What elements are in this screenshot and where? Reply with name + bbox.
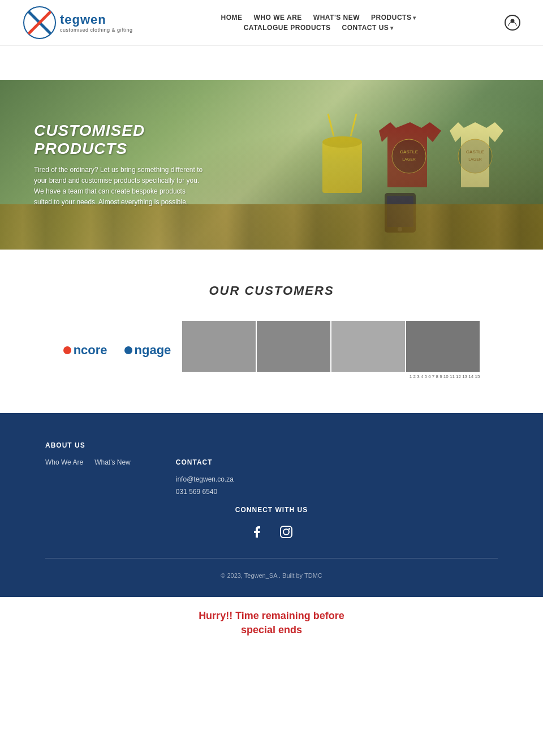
- bottom-banner-line2: special ends: [241, 624, 302, 635]
- contact-chevron-icon: ▾: [390, 25, 394, 31]
- footer-about-links: Who We Are What's New: [45, 458, 131, 466]
- social-icons: [45, 523, 498, 541]
- slider-dot-numbers: 1 2 3 4 5 6 7 8 9 10 11 12 13 14 15: [410, 374, 480, 379]
- hero-banner: CUSTOMISED PRODUCTS Tired of the ordinar…: [0, 80, 543, 250]
- thumb-3: [331, 321, 405, 372]
- main-nav: HOME WHO WE ARE WHAT'S NEW PRODUCTS ▾ CA…: [221, 14, 416, 32]
- brand-name: tegwen: [60, 12, 133, 27]
- slider-dots: 1 2 3 4 5 6 7 8 9 10 11 12 13 14 15: [182, 374, 480, 379]
- hero-content: CUSTOMISED PRODUCTS Tired of the ordinar…: [0, 105, 238, 225]
- footer-who-we-are[interactable]: Who We Are: [45, 458, 83, 466]
- logo-text: tegwen customised clothing & gifting: [60, 12, 133, 33]
- oncore-logo: ncore: [63, 343, 107, 358]
- footer-bottom: © 2023, Tegwen_SA . Built by TDMC: [45, 558, 498, 580]
- thumb-2: [257, 321, 330, 372]
- customers-title: OUR CUSTOMERS: [23, 284, 520, 298]
- thumb-1: [182, 321, 256, 372]
- user-icon: [508, 18, 517, 27]
- customers-slider: ncore ngage 1 2 3 4 5 6 7 8 9 10 11 12 1…: [23, 321, 520, 379]
- account-icon[interactable]: [505, 15, 520, 31]
- nav-products[interactable]: PRODUCTS ▾: [371, 14, 416, 22]
- footer-whats-new[interactable]: What's New: [94, 458, 131, 466]
- footer-email: info@tegwen.co.za: [176, 475, 234, 483]
- logo-icon: [23, 6, 57, 40]
- footer-connect-heading: CONNECT WITH US: [45, 506, 498, 514]
- footer-about-heading: ABOUT US: [45, 441, 131, 449]
- nav-row-2: CATALOGUE PRODUCTS CONTACT US ▾: [244, 24, 394, 32]
- engage-dot-icon: [124, 346, 132, 354]
- nav-who-we-are[interactable]: WHO WE ARE: [254, 14, 302, 22]
- hero-description: Tired of the ordinary? Let us bring some…: [34, 165, 204, 208]
- engage-label: ngage: [135, 343, 171, 358]
- footer-sections: ABOUT US Who We Are What's New CONTACT i…: [45, 441, 498, 500]
- oncore-label: ncore: [74, 343, 107, 358]
- thumb-row: [182, 321, 480, 372]
- bottom-banner: Hurry!! Time remaining before special en…: [0, 597, 543, 648]
- footer: ABOUT US Who We Are What's New CONTACT i…: [0, 413, 543, 597]
- instagram-icon[interactable]: [277, 523, 295, 541]
- header-icons: [505, 15, 520, 31]
- footer-contact-heading: CONTACT: [176, 458, 234, 466]
- nav-contact-us[interactable]: CONTACT US ▾: [342, 24, 394, 32]
- customers-section: OUR CUSTOMERS ncore ngage 1 2 3 4 5 6 7 …: [0, 250, 543, 413]
- facebook-icon[interactable]: [248, 523, 266, 541]
- engage-logo: ngage: [124, 343, 171, 358]
- logo[interactable]: tegwen customised clothing & gifting: [23, 6, 133, 40]
- slider-thumbnails: 1 2 3 4 5 6 7 8 9 10 11 12 13 14 15: [182, 321, 480, 379]
- bottom-banner-text: Hurry!! Time remaining before special en…: [11, 609, 532, 637]
- nav-row-1: HOME WHO WE ARE WHAT'S NEW PRODUCTS ▾: [221, 14, 416, 22]
- nav-catalogue[interactable]: CATALOGUE PRODUCTS: [244, 24, 331, 32]
- footer-about: ABOUT US Who We Are What's New: [45, 441, 131, 500]
- header-spacer: [0, 46, 543, 80]
- brand-tagline: customised clothing & gifting: [60, 27, 133, 33]
- header: tegwen customised clothing & gifting HOM…: [0, 0, 543, 46]
- footer-phone: 031 569 6540: [176, 488, 234, 496]
- nav-home[interactable]: HOME: [221, 14, 243, 22]
- oncore-dot-icon: [63, 346, 71, 354]
- svg-point-18: [283, 529, 289, 535]
- svg-point-19: [288, 528, 290, 530]
- svg-rect-17: [281, 526, 292, 538]
- products-chevron-icon: ▾: [413, 15, 416, 21]
- thumb-4: [406, 321, 480, 372]
- footer-contact: CONTACT info@tegwen.co.za 031 569 6540: [165, 458, 234, 500]
- footer-connect: CONNECT WITH US: [45, 506, 498, 541]
- hero-title: CUSTOMISED PRODUCTS: [34, 122, 204, 158]
- bottom-banner-line1: Hurry!! Time remaining before: [199, 610, 344, 621]
- nav-whats-new[interactable]: WHAT'S NEW: [313, 14, 360, 22]
- footer-copyright: © 2023, Tegwen_SA . Built by TDMC: [221, 572, 322, 579]
